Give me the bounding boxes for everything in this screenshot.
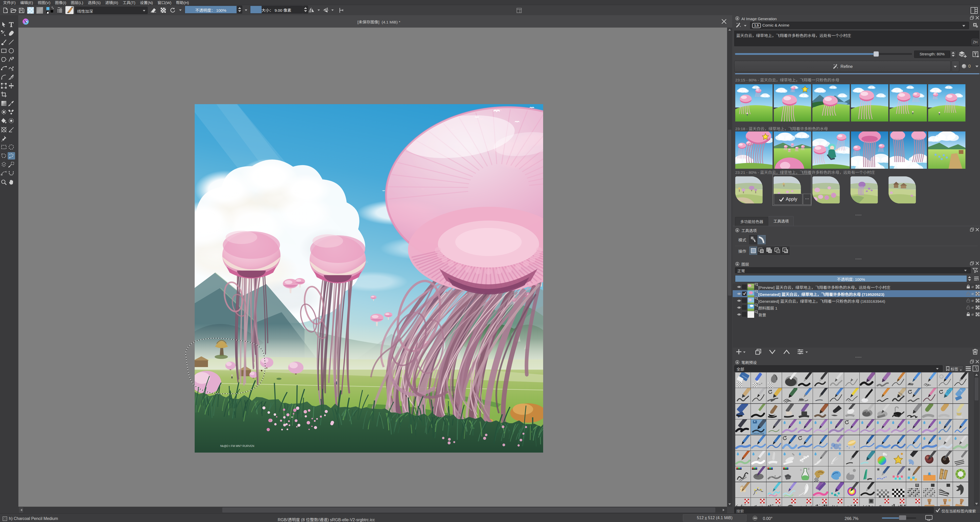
svg-text:α: α [972, 305, 974, 309]
svg-text:α: α [972, 298, 974, 303]
svg-text:Nk@D t FM MN? RURVEN: Nk@D t FM MN? RURVEN [220, 444, 254, 447]
svg-text:α: α [972, 292, 974, 295]
svg-text:Charcoal Pencil: Charcoal Pencil [752, 432, 764, 434]
svg-text:α: α [972, 312, 974, 316]
svg-text:α: α [972, 285, 974, 289]
